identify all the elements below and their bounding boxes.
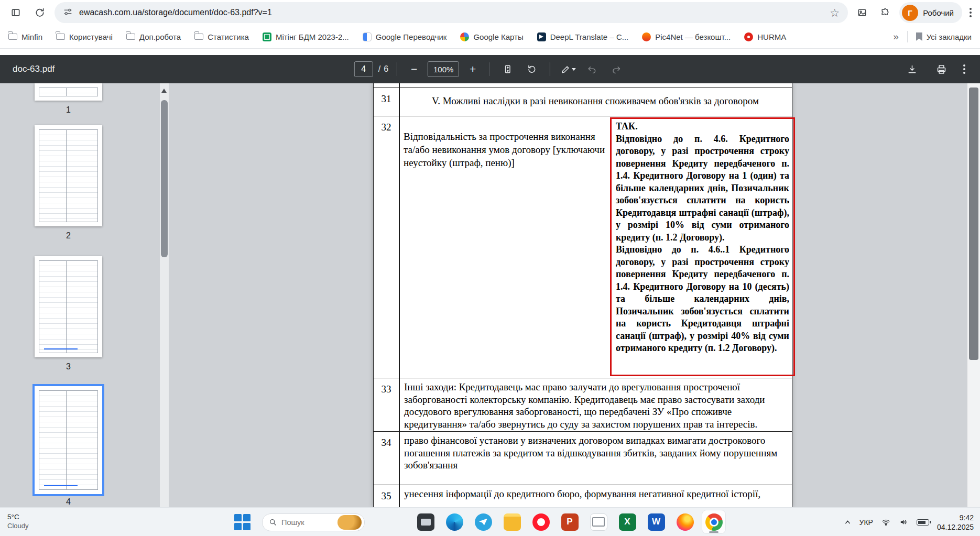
- clock[interactable]: 9:42 04.12.2025: [937, 513, 974, 532]
- firefox-icon[interactable]: [673, 510, 696, 533]
- zoom-level[interactable]: 100%: [428, 61, 459, 77]
- main-scrollbar[interactable]: [967, 83, 980, 507]
- thumbnail-page-2[interactable]: [35, 125, 102, 226]
- thumbnail-preview: [39, 87, 98, 96]
- scroll-up-arrow-icon[interactable]: [161, 89, 167, 93]
- wifi-icon[interactable]: [881, 518, 891, 527]
- image-icon[interactable]: [853, 4, 871, 21]
- maps-icon: [460, 32, 469, 41]
- table-row-33: 33 Інші заходи: Кредитодавець має право …: [374, 378, 792, 431]
- pdf-viewer: 1 2 3 4 31 V. Можливі наслідки в разі не…: [0, 83, 980, 507]
- bookmark-statistics[interactable]: Статистика: [194, 32, 249, 41]
- bookmark-label: Minfin: [21, 32, 42, 41]
- thumbnail-sidebar: 1 2 3 4: [0, 83, 175, 507]
- remote-desktop-icon[interactable]: [414, 510, 437, 533]
- folder-icon: [194, 34, 203, 40]
- table-row-34: 34 право фінансової установи у визначени…: [374, 431, 792, 485]
- thumbnail-preview: [39, 260, 98, 353]
- main-scrollbar-thumb[interactable]: [969, 87, 978, 360]
- bookmark-google-translate[interactable]: Google Переводчик: [363, 32, 447, 41]
- extensions-icon[interactable]: [876, 4, 894, 21]
- annotate-pen-icon[interactable]: [559, 60, 578, 78]
- row-34-text: право фінансової установи у визначених д…: [399, 432, 792, 474]
- folder-icon: [8, 34, 17, 40]
- bookmark-hurma[interactable]: HURMA: [744, 32, 786, 41]
- excel-icon[interactable]: X: [616, 510, 639, 533]
- zoom-in-button[interactable]: +: [464, 61, 481, 78]
- system-tray: УКР 9:42 04.12.2025: [844, 508, 974, 536]
- table-row-31: 31 V. Можливі наслідки в разі невиконанн…: [374, 87, 792, 116]
- row-number: 35: [374, 485, 399, 502]
- search-input[interactable]: [281, 518, 326, 527]
- all-bookmarks-button[interactable]: Усі закладки: [916, 32, 972, 41]
- row-32-highlighted-answer: ТАК. Відповідно до п. 4.6. Кредитного до…: [610, 117, 795, 376]
- file-explorer-icon[interactable]: [500, 510, 524, 533]
- fit-page-icon[interactable]: [498, 60, 517, 78]
- bookmark-star-icon[interactable]: ☆: [830, 7, 840, 18]
- sidebar-scrollbar-thumb[interactable]: [161, 100, 168, 257]
- bookmark-users[interactable]: Користувачі: [56, 32, 113, 41]
- opera-icon[interactable]: [529, 510, 552, 533]
- chrome-icon-active[interactable]: [702, 510, 725, 533]
- zoom-out-button[interactable]: −: [406, 61, 422, 78]
- table-row-35: 35 унесення інформації до кредитного бюр…: [374, 485, 792, 507]
- refresh-icon[interactable]: [30, 3, 49, 22]
- rotate-icon[interactable]: [522, 60, 541, 78]
- hurma-icon: [744, 32, 753, 41]
- bookmark-minfin[interactable]: Minfin: [8, 32, 42, 41]
- page-number-input[interactable]: [354, 61, 373, 77]
- answer-title: ТАК.: [616, 121, 789, 133]
- bookmarks-overflow-icon[interactable]: »: [893, 31, 899, 42]
- profile-chip[interactable]: Г Робочий: [899, 2, 962, 23]
- word-icon[interactable]: W: [645, 510, 668, 533]
- battery-icon[interactable]: [917, 519, 929, 526]
- bookmark-deepl[interactable]: DeepL Translate – C...: [537, 32, 629, 41]
- bookmark-ribbon-icon: [916, 32, 922, 41]
- thumbnail-page-3[interactable]: [35, 256, 102, 357]
- weather-temp: 5°C: [7, 512, 28, 521]
- sheets-icon: [263, 32, 271, 41]
- bookmark-google-maps[interactable]: Google Карты: [460, 32, 523, 41]
- telegram-icon[interactable]: [472, 510, 495, 533]
- url-text: ewacash.com.ua/storage/document/doc-63.p…: [79, 8, 823, 17]
- taskbar-search[interactable]: [262, 513, 365, 531]
- content-gap: [0, 49, 980, 55]
- bookmark-meeting-sheet[interactable]: Мітінг БДМ 2023-2...: [263, 32, 349, 41]
- thumbnail-page-1[interactable]: [35, 83, 102, 101]
- bookmark-pic4net[interactable]: Pic4Net — безкошт...: [642, 32, 731, 41]
- search-icon: [269, 518, 277, 527]
- pdf-page: 31 V. Можливі наслідки в разі невиконанн…: [373, 83, 792, 507]
- undo-icon[interactable]: [583, 60, 602, 78]
- page-total: 6: [384, 64, 388, 74]
- thumbnail-label-1: 1: [35, 105, 102, 115]
- thumbnail-label-2: 2: [35, 231, 102, 240]
- address-bar[interactable]: ewacash.com.ua/storage/document/doc-63.p…: [55, 2, 848, 23]
- site-info-icon[interactable]: [63, 7, 73, 19]
- pdf-filename: doc-63.pdf: [13, 64, 55, 74]
- pdf-menu-icon[interactable]: [961, 62, 967, 76]
- bookmark-extra-work[interactable]: Доп.робота: [126, 32, 181, 41]
- sidebar-scrollbar[interactable]: [160, 83, 169, 507]
- taskbar-apps: P X W: [414, 510, 725, 533]
- edge-icon[interactable]: [443, 510, 466, 533]
- mail-icon[interactable]: [587, 510, 610, 533]
- start-button[interactable]: [234, 514, 251, 531]
- language-indicator[interactable]: УКР: [859, 518, 873, 527]
- thumbnail-label-3: 3: [35, 362, 102, 371]
- divider: [489, 62, 490, 76]
- side-panel-icon[interactable]: [6, 3, 25, 22]
- weather-condition: Cloudy: [7, 521, 28, 530]
- bookmark-label: Google Переводчик: [376, 32, 447, 41]
- volume-icon[interactable]: [899, 518, 909, 527]
- download-icon[interactable]: [902, 60, 921, 78]
- weather-widget[interactable]: 5°C Cloudy: [7, 512, 28, 530]
- redo-icon[interactable]: [607, 60, 626, 78]
- powerpoint-icon[interactable]: P: [558, 510, 581, 533]
- bookmark-label: DeepL Translate – C...: [550, 32, 629, 41]
- thumbnail-page-4-selected[interactable]: [35, 386, 102, 494]
- folder-icon: [126, 34, 135, 40]
- print-icon[interactable]: [932, 60, 951, 78]
- row-32-description: Відповідальність за прострочення виконан…: [399, 116, 610, 169]
- browser-menu-icon[interactable]: [967, 6, 974, 19]
- hidden-icons-chevron[interactable]: [844, 518, 852, 526]
